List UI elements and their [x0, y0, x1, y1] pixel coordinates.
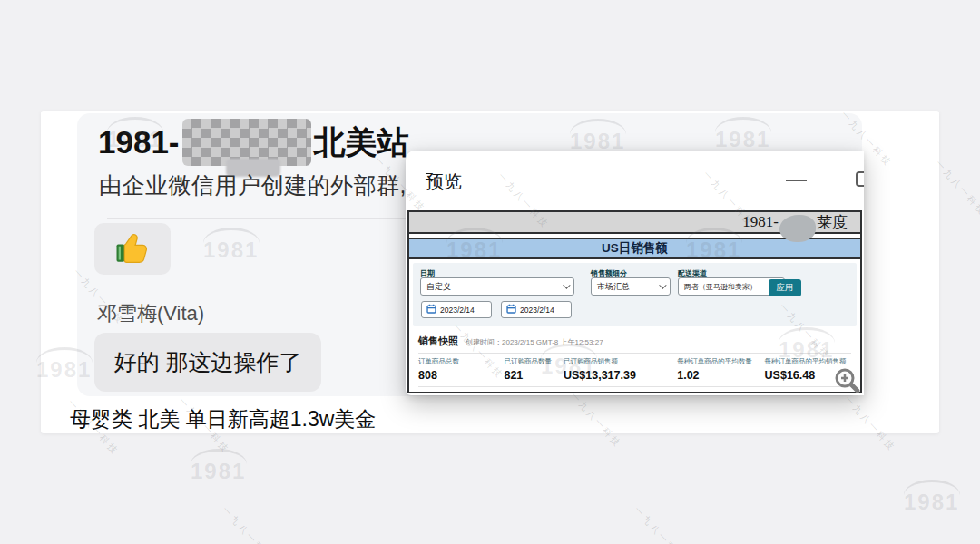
report-account-header: 1981- 莱度 — [409, 212, 860, 234]
metric-total-order-items: 订单商品总数 808 — [418, 357, 504, 382]
divider — [107, 218, 407, 219]
account-header-prefix: 1981- — [742, 213, 779, 231]
apply-button[interactable]: 应用 — [769, 279, 801, 296]
sales-report-frame: 1981- 莱度 US日销售额 日期 自定义 — [407, 210, 862, 393]
calendar-icon — [426, 304, 436, 316]
date-from-value: 2023/2/14 — [440, 306, 475, 315]
zoom-in-icon[interactable] — [833, 366, 862, 395]
snapshot-title: 销售快照 — [418, 335, 458, 348]
metric-units-ordered: 已订购商品数量 821 — [504, 357, 564, 382]
redacted-mosaic — [182, 119, 311, 166]
account-header-suffix: 莱度 — [817, 212, 848, 233]
report-filter-bar: 日期 自定义 2023/2/14 — [413, 263, 857, 326]
preview-window-title: 预览 — [426, 170, 462, 194]
maximize-icon[interactable] — [856, 171, 864, 187]
preview-window: 预览 1981- 莱度 US日销售额 日期 自定义 — [406, 151, 864, 395]
sender-name: 邓雪梅(Vita) — [97, 300, 204, 327]
watermark-text: 一九八一科技 — [632, 504, 689, 544]
watermark-text: 一九八一科技 — [220, 504, 277, 544]
date-to-field[interactable]: 2023/2/14 — [501, 301, 572, 318]
screenshot-root: 1981- 北美站 由企业微信用户创建的外部群, 含 邓雪梅(Vita) 好的 … — [0, 0, 980, 544]
minimize-icon[interactable] — [786, 180, 807, 181]
chevron-down-icon — [563, 281, 570, 288]
divider — [418, 353, 851, 354]
divider — [418, 386, 851, 387]
watermark-logo: 1981 — [904, 490, 959, 515]
group-title: 1981- 北美站 — [98, 116, 409, 169]
watermark-logo: 1981 — [191, 459, 246, 484]
watermark-text: 一九八一科技 — [933, 158, 980, 219]
group-title-suffix: 北美站 — [314, 121, 409, 164]
breakdown-select[interactable]: 市场汇总 — [591, 277, 671, 296]
channel-value: 两者（亚马逊和卖家） — [684, 282, 757, 292]
snapshot-metrics-row: 订单商品总数 808 已订购商品数量 821 已订购商品销售额 US$13,31… — [418, 357, 851, 382]
redacted-blob — [779, 215, 816, 242]
date-to-value: 2023/2/14 — [520, 306, 554, 315]
date-range-select[interactable]: 自定义 — [420, 277, 574, 296]
thumbs-up-icon — [113, 228, 152, 270]
text-message-bubble: 好的 那这边操作了 — [94, 333, 321, 392]
calendar-icon — [506, 304, 516, 316]
bottom-caption: 母婴类 北美 单日新高超1.3w美金 — [70, 405, 376, 433]
sticker-message-bubble — [94, 223, 171, 275]
breakdown-value: 市场汇总 — [597, 281, 630, 293]
sales-snapshot-section: 销售快照 创建时间：2023/2/15 GMT-8 上午12:53:27 订单商… — [409, 330, 860, 387]
date-from-field[interactable]: 2023/2/14 — [421, 301, 492, 318]
snapshot-created-time: 创建时间：2023/2/15 GMT-8 上午12:53:27 — [466, 337, 603, 347]
group-title-prefix: 1981- — [98, 124, 180, 160]
chevron-down-icon — [659, 281, 666, 288]
metric-avg-units: 每种订单商品的平均数量 1.02 — [677, 357, 764, 382]
group-description: 由企业微信用户创建的外部群, 含 — [99, 170, 436, 200]
metric-ordered-product-sales: 已订购商品销售额 US$13,317.39 — [564, 357, 677, 382]
date-range-value: 自定义 — [426, 281, 451, 293]
